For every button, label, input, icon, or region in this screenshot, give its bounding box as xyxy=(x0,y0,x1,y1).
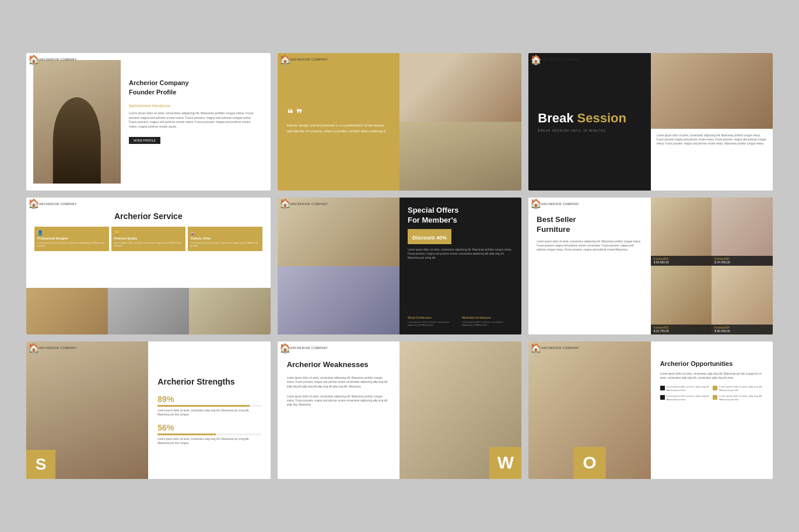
o-letter: O xyxy=(573,447,605,479)
company-name-8: ARCHERIOR COMPANY xyxy=(290,346,328,350)
stat-2-group: 56% Lorem ipsum dolor sit amet, consecte… xyxy=(157,423,261,452)
service-images-row xyxy=(26,288,271,334)
offer-sub-items: Wood Architecture Lorem ipsum dolor sit … xyxy=(408,316,513,326)
offer-room-bottom xyxy=(278,266,400,335)
offer-description: Lorem ipsum dolor sit amet, consectetur … xyxy=(408,248,513,260)
home-icon-4: 🏠 xyxy=(31,201,37,207)
s-letter: S xyxy=(26,450,55,479)
opp-text-2: Lorem ipsum dolor sit amet, adip sing el… xyxy=(719,385,763,392)
service-desc-1: Lorem ipsum dolor sit amet, consectetur … xyxy=(37,241,106,248)
offer-content: Special Offers For Member's Discount 40%… xyxy=(400,198,521,335)
best-seller-title: Best Seller Furniture xyxy=(537,215,642,235)
sub-item-1: Wood Architecture Lorem ipsum dolor sit … xyxy=(408,316,460,326)
stat-2-value: 56% xyxy=(157,423,261,432)
opp-item-1: Lorem ipsum dolor sit amet, adip sing el… xyxy=(660,385,711,392)
break-session-desc: Lorem ipsum dolor sit amet, consectetur … xyxy=(651,129,773,191)
product-4-label: Furniture004 $ 90.440,00 xyxy=(712,325,773,334)
slide-break-session: 🏠 ARCHERIOR COMPANY Break Session BREAK … xyxy=(528,53,773,190)
slide-services: 🏠 ARCHERIOR COMPANY Archerior Service 👤 … xyxy=(26,198,271,334)
slide-7-header: 🏠 ARCHERIOR COMPANY xyxy=(31,345,77,351)
slide-2-header: 🏠 ARCHERIOR COMPANY xyxy=(282,57,328,62)
home-icon-6: 🏠 xyxy=(533,201,539,207)
quote-marks: ❝ ❞ xyxy=(287,109,390,118)
product-4: Furniture004 $ 90.440,00 xyxy=(712,266,773,334)
quote-section: ❝ ❞ Interior design and architecture is … xyxy=(278,53,400,191)
home-icon-9: 🏠 xyxy=(533,345,539,351)
offer-img-bottom xyxy=(278,266,400,335)
weakness-image: W xyxy=(400,341,521,479)
slide-5-header: 🏠 ARCHERIOR COMPANY xyxy=(282,201,328,207)
service-title-2: Premium Quality xyxy=(114,237,183,240)
stat-1-value: 89% xyxy=(157,394,261,404)
stat-2-desc: Lorem ipsum dolor sit amet, consectetur … xyxy=(157,438,261,446)
room-shape-bottom xyxy=(400,122,521,191)
product-2-label: Furniture002 $ 34.456,00 xyxy=(712,256,773,266)
product-2-price: $ 34.456,00 xyxy=(714,260,770,264)
weakness-title: Archerior Weaknesses xyxy=(287,360,390,369)
sub-title-1: Wood Architecture xyxy=(408,316,460,319)
slide-opportunities: 🏠 ARCHERIOR COMPANY O Archerior Opportun… xyxy=(528,341,773,478)
slide-founder-profile: 🏠 ARCHERIOR COMPANY Archerior Company Fo… xyxy=(26,53,271,190)
service-img-1 xyxy=(26,288,108,334)
home-icon-8: 🏠 xyxy=(282,345,288,351)
break-title-text: Break Session xyxy=(538,111,626,125)
break-session-image xyxy=(651,53,773,129)
service-icon-1: 👤 xyxy=(37,230,106,235)
product-3: Furniture003 $ 22.700,00 xyxy=(651,266,712,334)
opp-text-1: Lorem ipsum dolor sit amet, adip sing el… xyxy=(667,385,711,392)
more-profile-button[interactable]: MORE PROFILE xyxy=(129,137,160,144)
strength-content: Archerior Strengths 89% Lorem ipsum dolo… xyxy=(148,360,270,460)
service-card-1: 👤 Professional Designer Lorem ipsum dolo… xyxy=(34,227,109,251)
slide-best-seller: 🏠 ARCHERIOR COMPANY Best Seller Furnitur… xyxy=(528,198,773,334)
founder-photo xyxy=(33,60,121,183)
opp-text-4: Lorem ipsum dolor sit amet, adip sing el… xyxy=(719,394,763,401)
weakness-desc-2: Lorem ipsum dolor sit amet, consectetur … xyxy=(287,394,390,407)
break-session-title: Break Session xyxy=(538,111,641,125)
opp-bullet-2 xyxy=(713,386,717,390)
services-title: Archerior Service xyxy=(34,212,262,221)
product-1: Furniture001 $ 56.860,00 xyxy=(651,198,712,266)
sub-desc-2: Lorem ipsum dolor sit amet, consectetur … xyxy=(462,320,514,326)
products-grid: Furniture001 $ 56.860,00 Furniture002 $ … xyxy=(651,198,773,334)
slide-weaknesses: 🏠 ARCHERIOR COMPANY Archerior Weaknesses… xyxy=(278,341,522,479)
company-name-2: ARCHERIOR COMPANY xyxy=(290,58,328,61)
offer-title: Special Offers For Member's xyxy=(408,206,513,226)
quote-text: Interior design and architecture is a ma… xyxy=(287,123,390,134)
opp-text-3: Lorem ipsum dolor sit amet, adip sing el… xyxy=(667,394,711,401)
service-desc-2: Lorem ipsum dolor sit amet, consectetur … xyxy=(114,241,183,248)
company-name-4: ARCHERIOR COMPANY xyxy=(39,202,77,206)
company-name-3: ARCHERIOR COMPANY xyxy=(541,58,579,61)
weakness-desc-1: Lorem ipsum dolor sit amet, consectetur … xyxy=(287,376,390,389)
sub-title-2: Minimalist Architecture xyxy=(462,316,514,319)
weakness-content: Archerior Weaknesses Lorem ipsum dolor s… xyxy=(278,341,400,479)
offer-room-top xyxy=(278,198,400,266)
founder-title: Archerior Company Founder Profile xyxy=(129,79,255,97)
best-seller-text-group: Best Seller Furniture Lorem ipsum dolor … xyxy=(537,206,642,252)
slide-6-header: 🏠 ARCHERIOR COMPANY xyxy=(533,201,579,207)
offer-title-group: Special Offers For Member's Discount 40%… xyxy=(408,206,513,265)
company-name-7: ARCHERIOR COMPANY xyxy=(39,346,77,350)
break-session-right: Lorem ipsum dolor sit amet, consectetur … xyxy=(651,53,773,190)
break-desc-text: Lorem ipsum dolor sit amet, consectetur … xyxy=(657,133,767,146)
strength-image: S xyxy=(26,341,148,478)
slide-quote: 🏠 ARCHERIOR COMPANY ❝ ❞ Interior design … xyxy=(278,53,522,191)
product-3-label: Furniture003 $ 22.700,00 xyxy=(651,325,712,334)
slide-8-header: 🏠 ARCHERIOR COMPANY xyxy=(282,345,328,351)
room-decor-top xyxy=(400,53,521,122)
stat-2-fill xyxy=(157,434,215,435)
sub-item-2: Minimalist Architecture Lorem ipsum dolo… xyxy=(462,316,514,326)
opp-bullet-4 xyxy=(713,395,717,400)
service-icon-3: 🚚 xyxy=(191,230,260,235)
opportunity-image: O xyxy=(528,341,650,478)
product-1-price: $ 56.860,00 xyxy=(654,260,709,264)
home-icon-2: 🏠 xyxy=(282,57,288,62)
slide-3-header: 🏠 ARCHERIOR COMPANY xyxy=(533,57,579,62)
slide-1-header: 🏠 ARCHERIOR COMPANY xyxy=(31,57,77,62)
founder-content: Archerior Company Founder Profile Bartho… xyxy=(121,60,264,183)
stat-2-bar xyxy=(157,434,261,435)
service-img-3 xyxy=(189,288,271,334)
opp-bullet-1 xyxy=(660,386,665,390)
service-title-1: Professional Designer xyxy=(37,237,106,240)
opp-bullet-3 xyxy=(660,395,665,400)
discount-text: Discount 40% xyxy=(412,235,447,241)
